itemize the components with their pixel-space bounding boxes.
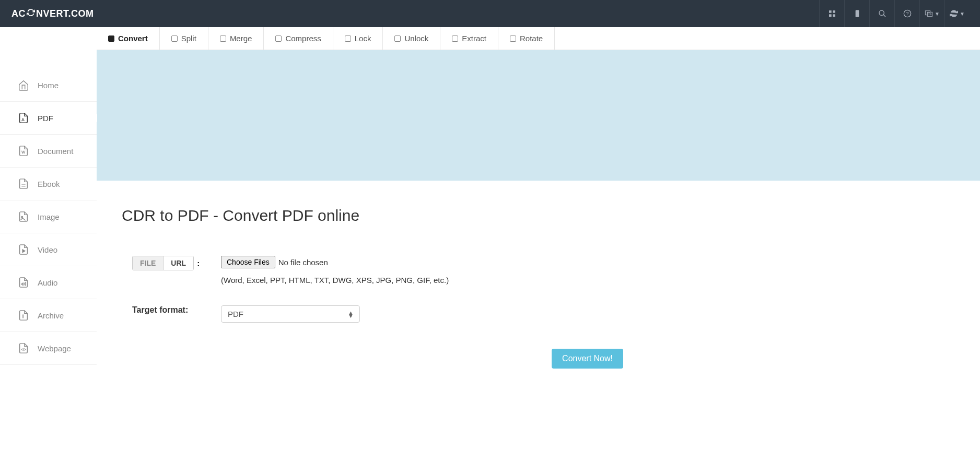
document-icon: W: [18, 145, 29, 157]
svg-text:?: ?: [906, 11, 908, 16]
svg-line-7: [883, 15, 885, 17]
page-title: CDR to PDF - Convert PDF online: [122, 207, 955, 224]
tab-rotate[interactable]: Rotate: [498, 27, 555, 50]
svg-rect-3: [833, 14, 835, 17]
tab-extract[interactable]: Extract: [440, 27, 498, 50]
main-content: Convert Split Merge Compress Lock Unlock…: [97, 27, 980, 395]
sidebar-item-label: Archive: [38, 311, 64, 320]
choose-files-button[interactable]: Choose Files: [221, 256, 275, 268]
tab-lock[interactable]: Lock: [333, 27, 383, 50]
home-icon: [18, 79, 29, 91]
refresh-icon: [27, 8, 35, 19]
tab-merge[interactable]: Merge: [208, 27, 264, 50]
svg-rect-1: [833, 10, 835, 13]
checkbox-icon: [108, 35, 114, 42]
target-format-label: Target format:: [132, 305, 188, 315]
tab-label: Convert: [118, 34, 148, 43]
tab-label: Rotate: [520, 34, 543, 43]
sidebar-item-ebook[interactable]: Ebook: [0, 168, 97, 200]
tab-label: Lock: [355, 34, 371, 43]
sidebar-item-label: Webpage: [38, 344, 71, 353]
ebook-icon: [18, 178, 29, 190]
svg-point-5: [857, 15, 857, 16]
colon-text: :: [197, 259, 200, 268]
checkbox-icon: [452, 35, 458, 42]
language-icon[interactable]: 文A ▼: [919, 0, 944, 27]
archive-icon: [18, 310, 29, 321]
grid-icon[interactable]: [819, 0, 844, 27]
svg-rect-2: [829, 14, 832, 17]
checkbox-icon: [220, 35, 226, 42]
source-file-button[interactable]: FILE: [133, 256, 163, 270]
sidebar-item-pdf[interactable]: 人 PDF: [0, 102, 97, 135]
convert-now-button[interactable]: Convert Now!: [552, 349, 623, 369]
help-icon[interactable]: ?: [894, 0, 919, 27]
tab-label: Extract: [462, 34, 486, 43]
checkbox-icon: [394, 35, 401, 42]
source-url-button[interactable]: URL: [163, 256, 193, 270]
sidebar-item-video[interactable]: Video: [0, 233, 97, 266]
video-icon: [18, 244, 29, 255]
svg-point-16: [21, 217, 23, 218]
audio-icon: [18, 277, 29, 288]
sidebar-item-image[interactable]: Image: [0, 200, 97, 233]
svg-rect-0: [829, 10, 832, 13]
target-format-select[interactable]: PDF: [221, 305, 360, 323]
logo-text-2: NVERT.COM: [36, 8, 94, 19]
logo-text-1: AC: [11, 8, 26, 19]
sidebar-item-label: Video: [38, 245, 57, 254]
file-hint-text: (Word, Excel, PPT, HTML, TXT, DWG, XPS, …: [221, 276, 623, 285]
sidebar-item-audio[interactable]: Audio: [0, 266, 97, 299]
sidebar-item-label: Home: [38, 81, 59, 90]
sidebar-item-document[interactable]: W Document: [0, 135, 97, 168]
svg-rect-4: [855, 10, 859, 17]
file-status-text: No file chosen: [278, 258, 328, 267]
search-icon[interactable]: [869, 0, 894, 27]
action-tabs: Convert Split Merge Compress Lock Unlock…: [97, 27, 980, 50]
svg-text:</>: </>: [21, 348, 26, 351]
sidebar: Home 人 PDF W Document Ebook Image Video …: [0, 27, 97, 395]
sidebar-item-label: Ebook: [38, 180, 60, 188]
tab-compress[interactable]: Compress: [264, 27, 333, 50]
webpage-icon: </>: [18, 342, 29, 354]
tab-label: Compress: [285, 34, 321, 43]
checkbox-icon: [171, 35, 178, 42]
checkbox-icon: [510, 35, 516, 42]
svg-text:W: W: [21, 150, 25, 155]
sidebar-item-label: Audio: [38, 278, 57, 287]
chevron-down-icon: ▼: [960, 11, 965, 17]
tab-label: Merge: [230, 34, 252, 43]
tab-label: Unlock: [404, 34, 428, 43]
image-icon: [18, 211, 29, 222]
svg-text:A: A: [930, 13, 932, 16]
tab-unlock[interactable]: Unlock: [383, 27, 440, 50]
tab-convert[interactable]: Convert: [97, 27, 160, 50]
sidebar-item-label: PDF: [38, 114, 53, 123]
chevron-down-icon: ▼: [935, 11, 940, 17]
tab-split[interactable]: Split: [160, 27, 208, 50]
sidebar-item-label: Document: [38, 147, 73, 156]
svg-text:人: 人: [21, 117, 25, 121]
ad-banner: [97, 50, 980, 181]
sidebar-item-webpage[interactable]: </> Webpage: [0, 332, 97, 365]
sidebar-item-home[interactable]: Home: [0, 69, 97, 102]
source-toggle: FILE URL: [132, 256, 194, 270]
checkbox-icon: [345, 35, 351, 42]
mobile-icon[interactable]: [844, 0, 869, 27]
sidebar-item-archive[interactable]: Archive: [0, 299, 97, 332]
sidebar-item-label: Image: [38, 212, 60, 221]
pdf-icon: 人: [18, 112, 29, 124]
header-actions: ? 文A ▼ ▼: [819, 0, 970, 27]
checkbox-icon: [275, 35, 282, 42]
tab-label: Split: [181, 34, 196, 43]
refresh-header-icon[interactable]: ▼: [944, 0, 970, 27]
site-logo[interactable]: AC NVERT.COM: [11, 8, 94, 19]
svg-point-6: [879, 10, 884, 15]
header: AC NVERT.COM ? 文A ▼ ▼: [0, 0, 980, 27]
